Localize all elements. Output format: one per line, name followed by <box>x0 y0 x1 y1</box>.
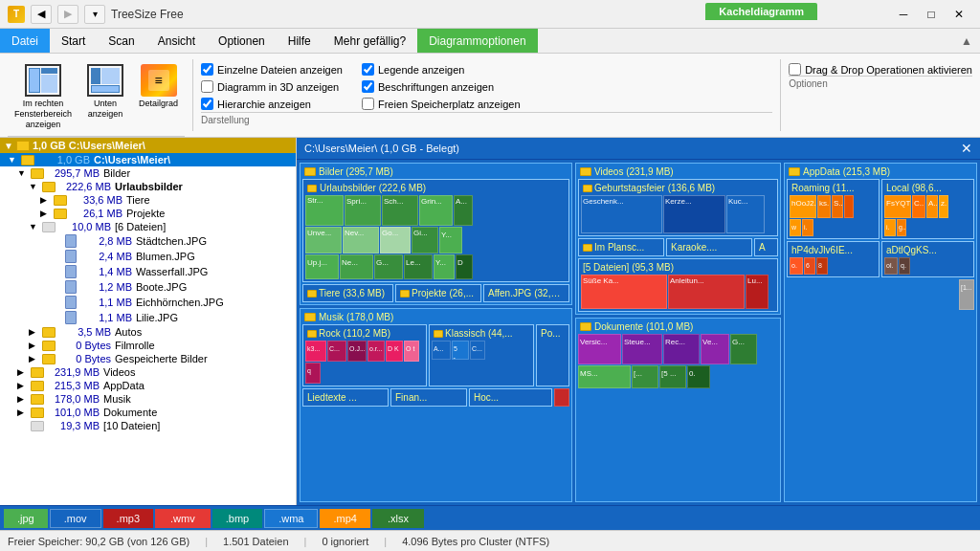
tree-item[interactable]: ▼ 10,0 MB [6 Dateien] <box>0 220 296 233</box>
dok-tile-4[interactable]: Ve... <box>701 334 729 364</box>
a-group[interactable]: A <box>754 238 778 256</box>
hoc-group[interactable]: Hoc... <box>469 388 552 407</box>
karaoke-group[interactable]: Karaoke.... <box>666 238 752 256</box>
adtl-ol[interactable]: ol. <box>884 257 898 275</box>
cb-3d-diagramm[interactable]: Diagramm in 3D anzeigen <box>201 80 343 93</box>
close-btn[interactable]: ✕ <box>946 4 972 25</box>
position-right-btn[interactable]: Im rechtenFensterbereichanzeigen <box>8 59 78 134</box>
rock-tile-3[interactable]: O.J... <box>347 341 367 362</box>
rock-tile-1[interactable]: k3... <box>305 341 326 362</box>
tile-gi[interactable]: Gi... <box>412 227 438 253</box>
roam-tile-3[interactable]: S... <box>832 195 843 218</box>
po-group[interactable]: Po... <box>536 324 569 386</box>
tree-item[interactable]: ▼ 1,0 GB C:\Users\Meier\ <box>0 153 296 166</box>
cb-legende[interactable]: Legende anzeigen <box>362 63 521 76</box>
tree-item[interactable]: ▶ 33,6 MB Tiere <box>0 193 296 207</box>
tree-item[interactable]: ▼ 222,6 MB Urlaubsbilder <box>0 180 296 193</box>
menu-ansicht[interactable]: Ansicht <box>146 29 207 53</box>
liedtexte-group[interactable]: Liedtexte ... <box>302 388 389 407</box>
tree-item[interactable]: ▶ 231,9 MB Videos <box>0 365 296 379</box>
tree-item[interactable]: ▶ 178,0 MB Musik <box>0 392 296 406</box>
tile-sch[interactable]: Sch... <box>382 195 418 226</box>
tree-item[interactable]: ▶ 0 Bytes Gespeicherte Bilder <box>0 352 296 365</box>
urlaubsbilder-group[interactable]: Urlaubsbilder (222,6 MB) Str... Spri... <box>302 179 569 282</box>
plansc-group[interactable]: Im Plansc... <box>578 238 664 256</box>
local-group[interactable]: Local (98,6... FsYQT... C... A... <box>881 179 974 239</box>
tree-item[interactable]: 19,3 MB [10 Dateien] <box>0 419 296 432</box>
legend-jpg[interactable]: .jpg <box>4 509 48 528</box>
local-g[interactable]: g... <box>897 219 906 236</box>
roaming-group[interactable]: Roaming (11... hOoJ2... ks... S... <box>787 179 880 239</box>
dok-ms[interactable]: MS... <box>578 365 631 388</box>
chart-close-btn[interactable]: ✕ <box>961 141 972 156</box>
cb-einzelne-dateien[interactable]: Einzelne Dateien anzeigen <box>201 63 343 76</box>
rock-tile-7[interactable]: q <box>305 363 321 384</box>
rock-tile-4[interactable]: o.r... <box>368 341 385 362</box>
tree-item[interactable]: ▶ 101,0 MB Dokumente <box>0 406 296 419</box>
legend-mp3[interactable]: .mp3 <box>103 509 153 528</box>
finanzen-group[interactable]: Finan... <box>390 388 467 407</box>
geburtstag-group[interactable]: Geburtstagsfeier (136,6 MB) Geschenk... … <box>578 179 778 236</box>
roam-tile-1[interactable]: hOoJ2... <box>790 195 816 218</box>
dokumente-group[interactable]: Dokumente (101,0 MB) Versic... Steue... … <box>575 318 781 502</box>
appdata-group[interactable]: AppData (215,3 MB) Roaming (11... hOoJ2.… <box>784 163 977 502</box>
rock-tile-6[interactable]: O t <box>404 341 419 362</box>
tree-header[interactable]: ▼ 1,0 GB C:\Users\Meier\ <box>0 138 296 153</box>
tile-grin[interactable]: Grin... <box>419 195 453 226</box>
roam-i[interactable]: i. <box>802 219 813 236</box>
legend-mp4[interactable]: .mp4 <box>320 509 369 528</box>
nav-down[interactable]: ▾ <box>84 5 105 24</box>
dok-bra[interactable]: [... <box>632 365 658 388</box>
klassisch-group[interactable]: Klassisch (44,... A... 5 1... C <box>429 324 534 386</box>
adtl-group[interactable]: aDtlQgKS... ol. q. <box>881 241 974 277</box>
tree-item[interactable]: 1,2 MB Boote.JPG <box>0 279 296 295</box>
tile-le[interactable]: Le... <box>404 254 433 279</box>
cb-dragdrop[interactable]: Drag & Drop Operationen aktivieren <box>789 63 972 76</box>
local-tile-2[interactable]: C... <box>912 195 925 218</box>
bilder-group[interactable]: Bilder (295,7 MB) Urlaubsbilder (222,6 M… <box>300 163 572 305</box>
tile-d[interactable]: D <box>456 254 473 279</box>
kachel-tab[interactable]: Kacheldiagramm <box>705 3 817 20</box>
roam-w[interactable]: w <box>790 219 801 236</box>
dok-tile-5[interactable]: G... <box>730 334 757 364</box>
collapse-ribbon[interactable]: ▲ <box>953 29 980 53</box>
video-files[interactable]: [5 Dateien] (95,3 MB) Süße Ka... Anleitu… <box>578 258 778 312</box>
appdata-extra-1[interactable]: [1... <box>959 279 974 310</box>
tree-item[interactable]: 2,8 MB Städtchen.JPG <box>0 233 296 249</box>
tree-item[interactable]: 2,4 MB Blumen.JPG <box>0 249 296 264</box>
hp4-6[interactable]: 6 <box>804 257 815 275</box>
videos-group[interactable]: Videos (231,9 MB) Geburtstagsfeier (136,… <box>575 163 781 315</box>
vf-tile-2[interactable]: Anleitun... <box>668 275 745 309</box>
menu-scan[interactable]: Scan <box>97 29 145 53</box>
tiere-group[interactable]: Tiere (33,6 MB) <box>302 284 393 302</box>
tree-item[interactable]: ▶ 3,5 MB Autos <box>0 325 296 339</box>
geb-tile-2[interactable]: Kerze... <box>663 195 725 233</box>
legend-xlsx[interactable]: .xlsx <box>372 509 424 528</box>
menu-mehr[interactable]: Mehr gefällig? <box>323 29 417 53</box>
klass-tile-2[interactable]: 5 1... <box>452 341 469 360</box>
dok-tile-1[interactable]: Versic... <box>578 334 621 364</box>
nav-back[interactable]: ◀ <box>31 5 52 24</box>
legend-wmv[interactable]: .wmv <box>155 509 211 528</box>
legend-mov[interactable]: .mov <box>50 509 101 528</box>
rock-group[interactable]: Rock (110,2 MB) k3... C... O.J. <box>302 324 427 386</box>
geb-tile-1[interactable]: Geschenk... <box>581 195 662 233</box>
hp4-group[interactable]: hP4dvJlv6IE... o. 6 8 <box>787 241 880 277</box>
legend-wma[interactable]: .wma <box>264 509 318 528</box>
nav-forward[interactable]: ▶ <box>57 5 78 24</box>
tree-item[interactable]: ▶ 0 Bytes Filmrolle <box>0 339 296 352</box>
tile-y1[interactable]: Y... <box>439 227 462 253</box>
tree-item[interactable]: ▶ 26,1 MB Projekte <box>0 207 296 220</box>
musik-extra[interactable] <box>554 388 569 407</box>
tree-item[interactable]: 1,4 MB Wasserfall.JPG <box>0 264 296 279</box>
roam-tile-4[interactable] <box>844 195 854 218</box>
projekte-group[interactable]: Projekte (26,... <box>395 284 481 302</box>
geb-tile-3[interactable]: Kuc... <box>726 195 765 233</box>
rock-tile-5[interactable]: D K <box>386 341 403 362</box>
dok-tile-2[interactable]: Steue... <box>622 334 662 364</box>
maximize-btn[interactable]: □ <box>918 4 945 25</box>
tile-unve[interactable]: Unve... <box>305 227 342 253</box>
menu-hilfe[interactable]: Hilfe <box>277 29 323 53</box>
vf-tile-1[interactable]: Süße Ka... <box>581 275 667 309</box>
menu-datei[interactable]: Datei <box>0 29 50 53</box>
